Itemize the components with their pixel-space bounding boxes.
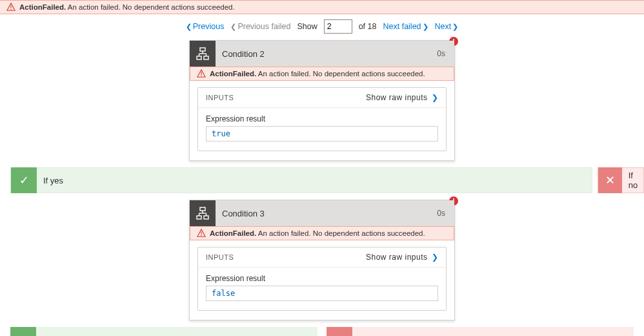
branch-row-1: ✓ If yes ✕ If no — [0, 167, 644, 193]
top-error-banner: ActionFailed. An action failed. No depen… — [0, 0, 644, 14]
close-icon: ✕ — [598, 167, 622, 193]
condition-3-card: ! Condition 3 0s ActionFailed. An action… — [189, 200, 455, 320]
pager-previous-failed[interactable]: ❮ Previous failed — [230, 22, 290, 31]
condition-3-error: ActionFailed. An action failed. No depen… — [190, 226, 454, 240]
warning-triangle-icon — [197, 69, 206, 78]
chevron-right-icon: ❯ — [452, 23, 458, 30]
top-error-msg: An action failed. No dependent actions s… — [68, 3, 235, 11]
show-raw-inputs-link[interactable]: Show raw inputs❯ — [366, 93, 438, 102]
branch-if-no-1[interactable]: ✕ If no — [598, 167, 644, 193]
expression-result-value: false — [206, 286, 438, 301]
svg-rect-3 — [197, 56, 201, 59]
chevron-left-icon: ❮ — [186, 23, 192, 30]
branch-if-yes-1[interactable]: ✓ If yes — [10, 167, 592, 193]
pager: ❮ Previous ❮ Previous failed Show of 18 … — [0, 14, 644, 40]
pager-current-input[interactable] — [324, 19, 352, 34]
inputs-label: INPUTS — [206, 94, 234, 101]
condition-2-error: ActionFailed. An action failed. No depen… — [190, 67, 454, 81]
condition-2-header[interactable]: Condition 2 0s — [190, 41, 454, 67]
branch-if-yes-2[interactable]: ✓ If yes — [10, 327, 317, 336]
inputs-label: INPUTS — [206, 253, 234, 261]
svg-point-19 — [201, 235, 202, 236]
expression-result-label: Expression result — [206, 114, 438, 123]
condition-2-title: Condition 2 — [216, 49, 428, 59]
svg-rect-2 — [200, 48, 205, 51]
chevron-right-icon: ❯ — [432, 94, 439, 101]
svg-rect-12 — [197, 216, 201, 219]
svg-rect-13 — [204, 216, 208, 219]
pager-of-total: of 18 — [359, 22, 377, 31]
condition-3-duration: 0s — [428, 209, 454, 218]
pager-next[interactable]: Next ❯ — [435, 22, 459, 31]
condition-3-header[interactable]: Condition 3 0s — [190, 200, 454, 226]
checkmark-icon: ✓ — [10, 327, 36, 336]
condition-2-card: ! Condition 2 0s ActionFailed. An action… — [189, 40, 455, 161]
condition-3-title: Condition 3 — [216, 209, 428, 218]
svg-point-1 — [10, 9, 12, 10]
branch-if-no-2[interactable]: ✕ If no — [327, 327, 634, 336]
chevron-left-icon: ❮ — [230, 23, 236, 30]
pager-show-label: Show — [297, 22, 317, 31]
svg-rect-11 — [200, 207, 205, 211]
svg-rect-4 — [204, 56, 208, 59]
condition-2-inputs: INPUTS Show raw inputs❯ Expression resul… — [197, 87, 447, 151]
warning-triangle-icon — [6, 3, 15, 12]
top-error-title: ActionFailed. — [19, 3, 66, 11]
show-raw-inputs-link[interactable]: Show raw inputs❯ — [366, 253, 438, 262]
close-icon: ✕ — [327, 327, 352, 336]
expression-result-value: true — [206, 126, 438, 142]
checkmark-icon: ✓ — [11, 167, 37, 193]
condition-3-inputs: INPUTS Show raw inputs❯ Expression resul… — [197, 247, 447, 311]
chevron-right-icon: ❯ — [432, 253, 439, 261]
pager-previous[interactable]: ❮ Previous — [186, 22, 225, 31]
condition-icon — [190, 200, 216, 226]
svg-point-10 — [201, 76, 202, 77]
chevron-right-icon: ❯ — [423, 23, 428, 30]
condition-icon — [190, 41, 216, 67]
condition-2-duration: 0s — [428, 49, 454, 58]
expression-result-label: Expression result — [206, 274, 438, 283]
warning-triangle-icon — [197, 229, 206, 238]
pager-next-failed[interactable]: Next failed ❯ — [383, 22, 428, 31]
